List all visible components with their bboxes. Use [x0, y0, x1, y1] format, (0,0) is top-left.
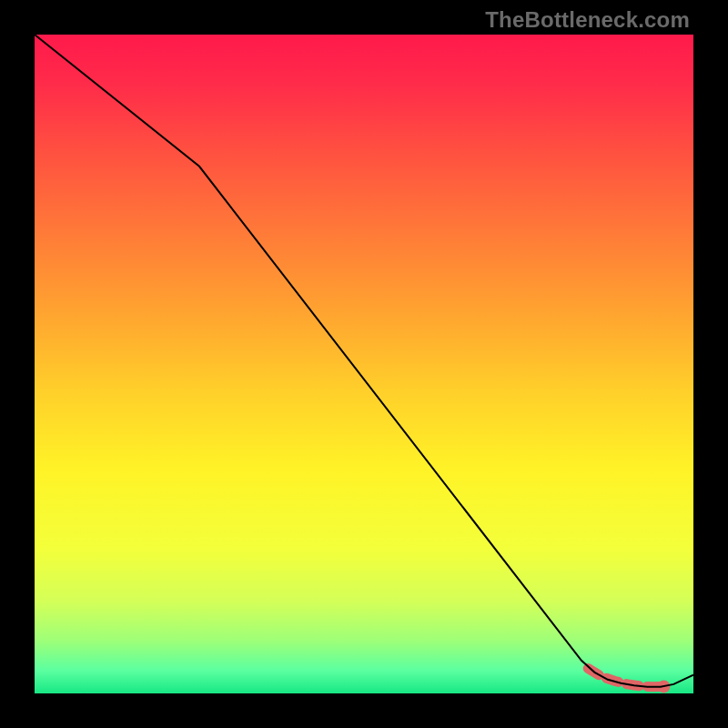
- chart-svg: [35, 35, 693, 693]
- watermark-text: TheBottleneck.com: [485, 7, 690, 33]
- chart-frame: TheBottleneck.com: [0, 0, 728, 728]
- gradient-background: [35, 35, 693, 693]
- plot-area: [35, 35, 693, 693]
